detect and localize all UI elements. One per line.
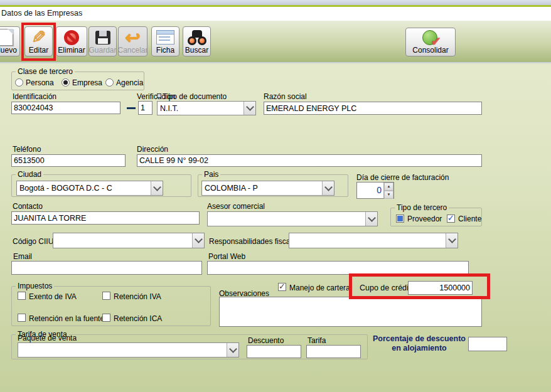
descuento-input[interactable] <box>247 345 301 358</box>
editar-button[interactable]: ✎ Editar <box>24 26 53 56</box>
chevron-down-icon[interactable] <box>192 233 204 248</box>
radio-persona[interactable] <box>15 78 23 87</box>
chevron-down-icon[interactable] <box>227 343 238 357</box>
ficha-button[interactable]: Ficha <box>151 26 179 56</box>
paquete-venta-select[interactable] <box>18 342 239 358</box>
radio-agencia[interactable] <box>105 78 114 87</box>
email-label: Email <box>13 252 32 261</box>
floppy-disk-icon <box>90 28 115 46</box>
retencion-iva-checkbox[interactable] <box>102 292 110 300</box>
direccion-input[interactable] <box>137 154 482 167</box>
resp-fiscales-select[interactable] <box>289 233 458 248</box>
binoculars-icon <box>185 28 209 46</box>
cliente-checkbox[interactable] <box>447 215 455 223</box>
pencil-icon: ✎ <box>26 28 51 46</box>
cliente-label: Cliente <box>458 215 481 223</box>
observaciones-textarea[interactable] <box>219 297 482 327</box>
tipo-tercero-legend: Tipo de tercero <box>395 203 449 212</box>
contacto-input[interactable] <box>11 211 200 225</box>
consolidar-button[interactable]: ✔ Consolidar <box>405 28 456 56</box>
manejo-cartera-label: Manejo de cartera <box>289 283 350 292</box>
cupo-credito-input[interactable] <box>408 281 473 295</box>
identificacion-input[interactable] <box>11 102 120 114</box>
title-bar: Datos de las Empresas <box>0 7 551 21</box>
chevron-down-icon[interactable] <box>322 181 334 195</box>
retencion-ica-label: Retención ICA <box>114 314 162 323</box>
pais-select[interactable]: COLOMBIA - P <box>201 181 334 196</box>
porcentaje-descuento-label: Porcentaje de descuento en alojamiento <box>372 334 467 353</box>
chevron-down-icon[interactable] <box>446 233 457 248</box>
codigo-ciiu-label: Código CIIU <box>13 237 53 246</box>
razon-social-label: Razón social <box>264 92 307 101</box>
cancelar-button: ↩ Cancelar <box>118 26 147 56</box>
resp-fiscales-label: Responsabilidades fiscales <box>209 237 300 246</box>
dia-cierre-label: Día de cierre de facturación <box>356 173 449 182</box>
exento-iva-label: Exento de IVA <box>29 292 77 301</box>
proveedor-checkbox[interactable] <box>396 215 404 223</box>
undo-arrow-icon: ↩ <box>120 28 146 46</box>
new-page-icon <box>0 28 18 46</box>
page-title: Datos de las Empresas <box>1 9 82 18</box>
buscar-button[interactable]: Buscar <box>183 26 211 56</box>
dia-cierre-spinner[interactable]: 0 ▲▼ <box>356 182 394 199</box>
nuevo-button[interactable]: Nuevo <box>0 26 20 56</box>
chevron-down-icon[interactable] <box>151 181 163 195</box>
tarifa-label: Tarifa <box>308 336 326 345</box>
retencion-iva-label: Retención IVA <box>114 292 161 301</box>
telefono-input[interactable] <box>11 154 126 167</box>
cupo-credito-label: Cupo de crédito <box>360 283 415 292</box>
field-marker-icon <box>157 93 161 98</box>
portal-web-input[interactable] <box>207 261 469 275</box>
contacto-label: Contacto <box>13 202 43 211</box>
app-window: Datos de las Empresas Nuevo ✎ Editar Eli… <box>0 0 551 392</box>
direccion-label: Dirección <box>137 145 168 154</box>
razon-social-input[interactable] <box>264 102 482 115</box>
spin-down-icon[interactable]: ▼ <box>384 191 393 199</box>
descuento-label: Descuento <box>248 336 284 345</box>
verification-dash <box>127 107 136 109</box>
identificacion-label: Identificación <box>13 92 56 101</box>
tarifa-input[interactable] <box>306 345 361 358</box>
toolbar: Nuevo ✎ Editar Eliminar Guardar ↩ Cancel… <box>0 21 551 63</box>
portal-web-label: Portal Web <box>208 252 245 261</box>
retencion-ica-checkbox[interactable] <box>102 314 110 322</box>
clase-tercero-legend: Clase de tercero <box>16 67 75 76</box>
telefono-label: Teléfono <box>13 145 41 154</box>
spin-up-icon[interactable]: ▲ <box>384 183 393 191</box>
ciudad-legend: Ciudad <box>16 170 43 179</box>
impuestos-legend: Impuestos <box>16 282 54 290</box>
radio-agencia-label: Agencia <box>116 78 143 87</box>
manejo-cartera-checkbox[interactable] <box>278 283 286 291</box>
retencion-fuente-label: Retención en la fuente <box>29 314 104 323</box>
email-input[interactable] <box>11 261 202 275</box>
globe-check-icon: ✔ <box>407 29 454 46</box>
verificacion-input[interactable] <box>138 101 152 115</box>
chevron-down-icon[interactable] <box>243 102 255 115</box>
retencion-fuente-checkbox[interactable] <box>18 314 26 322</box>
radio-persona-label: Persona <box>26 78 54 87</box>
eliminar-button[interactable]: Eliminar <box>56 26 87 56</box>
porcentaje-descuento-input[interactable] <box>468 337 507 351</box>
radio-empresa[interactable] <box>62 78 70 87</box>
tipo-documento-select[interactable]: N.I.T. <box>157 101 256 115</box>
exento-iva-checkbox[interactable] <box>18 292 26 300</box>
guardar-button: Guardar <box>88 26 117 56</box>
chevron-down-icon[interactable] <box>365 212 377 226</box>
paquete-venta-label: Paquete de venta <box>18 334 77 342</box>
pais-legend: Pais <box>202 170 220 179</box>
ciudad-select[interactable]: Bogotá - BOGOTA D.C - C <box>16 181 163 196</box>
no-entry-icon <box>58 28 85 46</box>
asesor-select[interactable] <box>207 211 378 226</box>
window-top-strip <box>0 0 551 5</box>
form-window-icon <box>153 28 178 46</box>
asesor-label: Asesor comercial <box>207 202 265 211</box>
radio-empresa-label: Empresa <box>72 78 102 87</box>
tipo-documento-label: Tipo de documento <box>163 92 227 101</box>
codigo-ciiu-select[interactable] <box>53 233 205 248</box>
proveedor-label: Proveedor <box>407 215 442 223</box>
